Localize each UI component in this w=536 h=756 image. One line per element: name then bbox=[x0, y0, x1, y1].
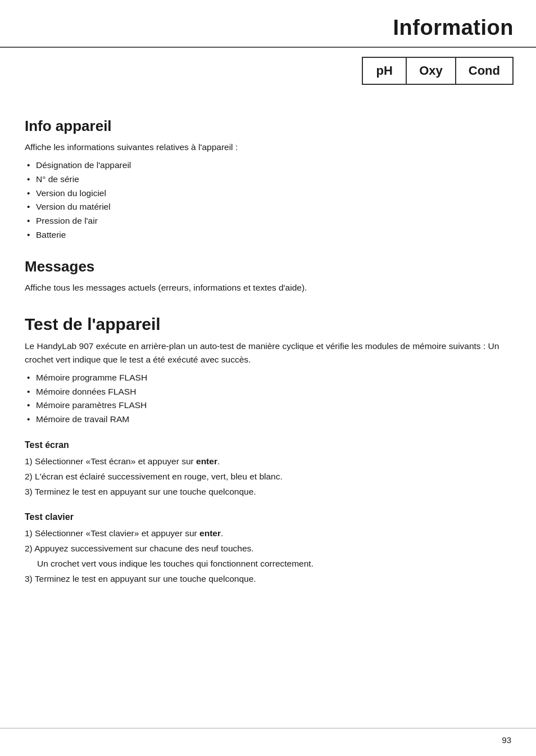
info-appareil-intro: Affiche les informations suivantes relat… bbox=[25, 141, 511, 154]
list-item: Batterie bbox=[25, 228, 511, 242]
list-item: Mémoire données FLASH bbox=[25, 385, 511, 399]
test-appareil-body: Le HandyLab 907 exécute en arrière-plan … bbox=[25, 339, 511, 366]
test-clavier-step-2: 2) Appuyez successivement sur chacune de… bbox=[25, 542, 511, 556]
section-title-test-appareil: Test de l'appareil bbox=[25, 315, 511, 334]
test-ecran-step-2: 2) L'écran est éclairé successivement en… bbox=[25, 470, 511, 484]
test-clavier-step-2b: Un crochet vert vous indique les touches… bbox=[25, 557, 511, 571]
list-item: Version du matériel bbox=[25, 200, 511, 214]
tab-cond[interactable]: Cond bbox=[455, 57, 514, 85]
main-content: Info appareil Affiche les informations s… bbox=[0, 96, 536, 610]
page-header: Information bbox=[0, 0, 536, 48]
test-ecran-step-3: 3) Terminez le test en appuyant sur une … bbox=[25, 485, 511, 499]
subsection-title-test-ecran: Test écran bbox=[25, 440, 511, 450]
list-item: Mémoire paramètres FLASH bbox=[25, 399, 511, 413]
test-appareil-list: Mémoire programme FLASH Mémoire données … bbox=[25, 371, 511, 427]
list-item: Désignation de l'appareil bbox=[25, 159, 511, 173]
info-appareil-list: Désignation de l'appareil N° de série Ve… bbox=[25, 159, 511, 242]
tabs-row: pH Oxy Cond bbox=[0, 48, 536, 96]
test-ecran-step-1: 1) Sélectionner «Test écran» et appuyer … bbox=[25, 455, 511, 469]
page-title: Information bbox=[393, 16, 514, 39]
test-clavier-step-1: 1) Sélectionner «Test clavier» et appuye… bbox=[25, 527, 511, 541]
tab-ph[interactable]: pH bbox=[362, 57, 407, 85]
page-footer: 93 bbox=[0, 728, 536, 745]
page-number: 93 bbox=[502, 735, 511, 745]
list-item: N° de série bbox=[25, 173, 511, 187]
messages-body: Affiche tous les messages actuels (erreu… bbox=[25, 281, 511, 295]
list-item: Pression de l'air bbox=[25, 214, 511, 228]
tab-oxy[interactable]: Oxy bbox=[406, 57, 456, 85]
list-item: Version du logiciel bbox=[25, 187, 511, 201]
list-item: Mémoire programme FLASH bbox=[25, 371, 511, 385]
page-container: Information pH Oxy Cond Info appareil Af… bbox=[0, 0, 536, 756]
list-item: Mémoire de travail RAM bbox=[25, 413, 511, 427]
section-title-messages: Messages bbox=[25, 258, 511, 275]
test-clavier-step-3: 3) Terminez le test en appuyant sur une … bbox=[25, 572, 511, 586]
section-title-info-appareil: Info appareil bbox=[25, 117, 511, 135]
subsection-title-test-clavier: Test clavier bbox=[25, 512, 511, 522]
